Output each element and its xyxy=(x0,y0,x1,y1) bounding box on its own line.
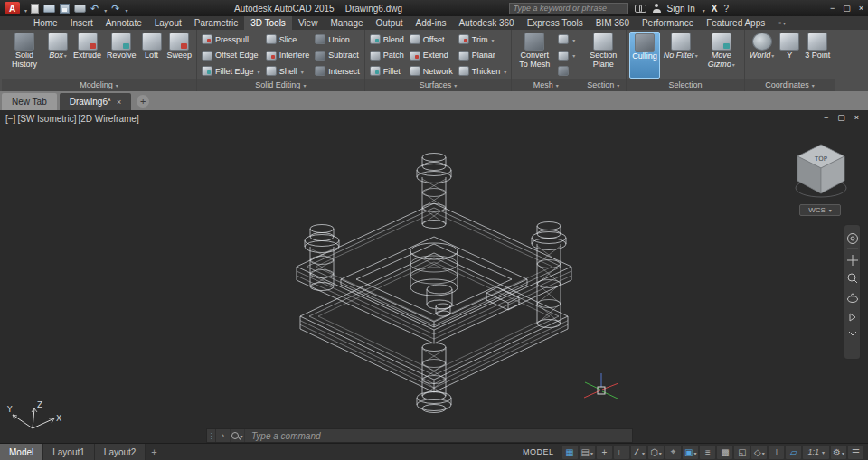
fillet-edge-button[interactable]: Fillet Edge xyxy=(200,64,262,78)
intersect-button[interactable]: Intersect xyxy=(313,64,362,78)
shell-button[interactable]: Shell xyxy=(264,64,312,78)
slice-button[interactable]: Slice xyxy=(264,33,312,46)
redo-button[interactable]: ↷ xyxy=(111,4,119,14)
visual-style-control[interactable]: [2D Wireframe] xyxy=(78,114,138,124)
panel-label-coordinates[interactable]: Coordinates xyxy=(745,79,835,91)
offset-button[interactable]: Offset xyxy=(408,33,455,46)
tab-performance[interactable]: Performance xyxy=(636,16,700,30)
view-control[interactable]: [SW Isometric] xyxy=(17,114,76,124)
extend-button[interactable]: Extend xyxy=(408,49,455,62)
command-input[interactable]: Type a command xyxy=(251,431,321,441)
planar-button[interactable]: Planar xyxy=(457,49,509,62)
tab-manage[interactable]: Manage xyxy=(324,16,369,30)
model-space-badge[interactable]: MODEL xyxy=(516,447,561,456)
command-line[interactable]: ⋮ › Type a command xyxy=(206,428,633,443)
tab-featured-apps[interactable]: Featured Apps xyxy=(700,16,771,30)
dynamic-ucs-icon[interactable]: ⊥ xyxy=(769,446,784,459)
viewcube[interactable]: TOP xyxy=(796,145,846,197)
autocad-logo[interactable]: A xyxy=(5,2,20,14)
infer-constraints-icon[interactable]: + xyxy=(597,446,612,459)
union-button[interactable]: Union xyxy=(313,33,362,46)
panel-label-mesh[interactable]: Mesh xyxy=(512,79,580,91)
section-plane-button[interactable]: Section Plane xyxy=(583,32,623,79)
object-snap-icon[interactable]: ▣ xyxy=(683,446,698,459)
tab-add-ins[interactable]: Add-ins xyxy=(410,16,453,30)
help-icon[interactable]: ? xyxy=(723,4,729,14)
extrude-button[interactable]: Extrude xyxy=(71,32,103,79)
3d-model[interactable] xyxy=(297,154,571,413)
lineweight-icon[interactable]: ≡ xyxy=(700,446,715,459)
tab-bim-360[interactable]: BIM 360 xyxy=(590,16,636,30)
osnap-tracking-icon[interactable]: ⌖ xyxy=(665,446,681,459)
command-grip[interactable]: ⋮ xyxy=(207,429,216,442)
mesh-refine-button[interactable] xyxy=(556,49,577,62)
command-search-dropdown[interactable] xyxy=(231,429,245,442)
undo-caret-icon[interactable] xyxy=(103,0,107,16)
file-tab-new[interactable]: New Tab xyxy=(2,93,57,110)
close-tab-icon[interactable]: × xyxy=(117,98,121,107)
solid-history-button[interactable]: Solid History xyxy=(5,32,44,79)
dynamic-input-icon[interactable]: ▱ xyxy=(786,446,801,459)
drawing-area[interactable]: Y Z X TOP [−] [SW Isometric] [2D Wirefra… xyxy=(0,110,868,443)
exchange-apps-icon[interactable]: X xyxy=(712,4,718,14)
panel-label-solid-editing[interactable]: Solid Editing xyxy=(197,79,364,91)
snap-icon[interactable]: ▤ xyxy=(580,446,595,459)
tab-output[interactable]: Output xyxy=(370,16,410,30)
redo-caret-icon[interactable] xyxy=(124,0,127,16)
culling-button[interactable]: Culling xyxy=(629,32,660,79)
mesh-crease-button[interactable] xyxy=(556,64,577,78)
new-drawing-button[interactable]: + xyxy=(137,95,149,108)
new-layout-button[interactable]: + xyxy=(146,444,162,460)
patch-button[interactable]: Patch xyxy=(368,49,406,62)
presspull-button[interactable]: Presspull xyxy=(200,33,262,46)
tab-autodesk-360[interactable]: Autodesk 360 xyxy=(452,16,520,30)
ucs-3-point-button[interactable]: 3 Point xyxy=(803,32,832,79)
search-binoculars-icon[interactable] xyxy=(635,5,646,12)
move-gizmo-button[interactable]: Move Gizmo xyxy=(702,32,741,79)
file-tab-drawing6[interactable]: Drawing6*× xyxy=(60,93,131,110)
layout-tab-layout1[interactable]: Layout1 xyxy=(43,444,95,460)
convert-to-mesh-button[interactable]: Convert To Mesh xyxy=(514,32,554,79)
mesh-smooth-more-button[interactable] xyxy=(556,33,577,46)
box-button[interactable]: Box xyxy=(46,32,70,79)
blend-button[interactable]: Blend xyxy=(368,33,406,46)
world-ucs-button[interactable]: World xyxy=(748,32,777,79)
subtract-button[interactable]: Subtract xyxy=(313,49,362,62)
transparency-icon[interactable]: ▩ xyxy=(717,446,732,459)
selection-cycling-icon[interactable]: ◱ xyxy=(734,446,750,459)
ucs-y-button[interactable]: Y xyxy=(778,32,801,79)
offset-edge-button[interactable]: Offset Edge xyxy=(200,49,262,62)
tab-express-tools[interactable]: Express Tools xyxy=(521,16,590,30)
tab-3d-tools[interactable]: 3D Tools xyxy=(244,16,292,30)
loft-button[interactable]: Loft xyxy=(140,32,164,79)
ribbon-minimize-button[interactable]: ▫ xyxy=(778,16,786,30)
minimize-button[interactable]: − xyxy=(830,4,835,13)
panel-label-modeling[interactable]: Modeling xyxy=(2,79,196,91)
viewcube-wcs-dropdown[interactable]: WCS xyxy=(799,204,841,216)
panel-label-section[interactable]: Section xyxy=(580,79,626,91)
viewport-menu-control[interactable]: [−] xyxy=(5,114,15,124)
app-menu-caret-icon[interactable] xyxy=(24,0,27,16)
undo-button[interactable]: ↶ xyxy=(90,4,99,14)
maximize-button[interactable]: ▢ xyxy=(843,4,851,13)
tab-insert[interactable]: Insert xyxy=(64,16,99,30)
close-button[interactable]: × xyxy=(859,4,863,13)
layout-tab-layout2[interactable]: Layout2 xyxy=(95,444,146,460)
no-filter-button[interactable]: No Filter xyxy=(662,32,700,79)
tab-view[interactable]: View xyxy=(292,16,325,30)
layout-tab-model[interactable]: Model xyxy=(0,444,43,460)
tab-parametric[interactable]: Parametric xyxy=(188,16,244,30)
annotation-scale-button[interactable]: 1:1 xyxy=(803,446,829,459)
workspace-gear-icon[interactable]: ⚙ xyxy=(831,446,846,459)
tab-layout[interactable]: Layout xyxy=(148,16,188,30)
panel-label-surfaces[interactable]: Surfaces xyxy=(365,79,512,91)
tab-annotate[interactable]: Annotate xyxy=(99,16,148,30)
navigation-bar[interactable] xyxy=(844,224,861,360)
sign-in-button[interactable]: Sign In xyxy=(667,4,695,14)
drawing-minimize-button[interactable]: − xyxy=(824,113,828,122)
new-file-icon[interactable] xyxy=(31,4,39,14)
grid-icon[interactable]: ▦ xyxy=(562,446,578,459)
polar-tracking-icon[interactable]: ∠ xyxy=(631,446,646,459)
network-button[interactable]: Network xyxy=(408,64,455,78)
open-file-icon[interactable] xyxy=(43,5,55,13)
